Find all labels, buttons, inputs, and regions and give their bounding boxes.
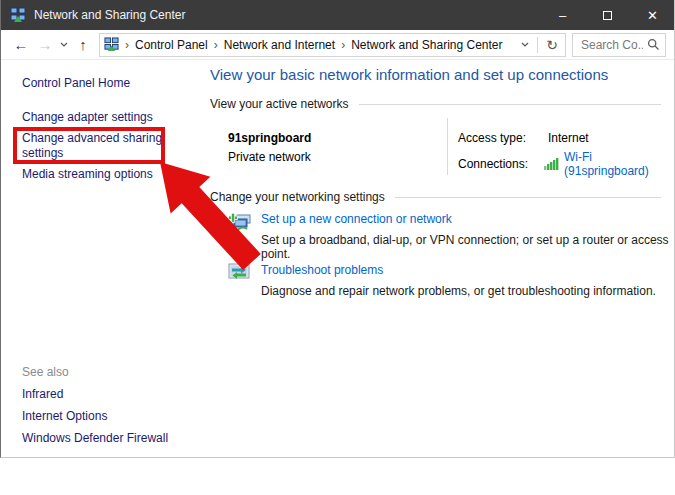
- breadcrumb-network-and-sharing-center[interactable]: Network and Sharing Center: [351, 38, 502, 52]
- breadcrumb-separator-icon: ›: [214, 38, 218, 52]
- address-dropdown-icon[interactable]: [518, 42, 532, 47]
- active-networks-section-header: View your active networks: [210, 97, 661, 111]
- maximize-button[interactable]: [585, 0, 630, 30]
- up-button[interactable]: ↑: [71, 37, 95, 52]
- breadcrumb-separator-icon: ›: [125, 38, 129, 52]
- networking-settings-section-header: Change your networking settings: [210, 190, 661, 204]
- troubleshoot-icon: [228, 263, 252, 298]
- networking-settings-label: Change your networking settings: [210, 190, 385, 204]
- refresh-icon[interactable]: ↻: [543, 37, 561, 53]
- divider: [537, 37, 538, 53]
- network-sharing-center-window: Network and Sharing Center – ✕ ← → ↑: [0, 0, 675, 495]
- connections-label: Connections:: [458, 157, 544, 171]
- sidebar-item-media-streaming-options[interactable]: Media streaming options: [22, 167, 153, 181]
- network-name: 91springboard: [228, 131, 311, 145]
- network-icon: [10, 7, 26, 23]
- breadcrumb-control-panel[interactable]: Control Panel: [135, 38, 208, 52]
- setup-new-connection-link[interactable]: Set up a new connection or network: [261, 212, 452, 226]
- sidebar-item-infrared[interactable]: Infrared: [22, 387, 63, 401]
- sidebar-item-change-advanced-sharing-settings[interactable]: Change advanced sharing settings: [22, 131, 170, 161]
- forward-button[interactable]: →: [33, 37, 57, 52]
- back-button[interactable]: ←: [9, 37, 33, 52]
- breadcrumb-network-and-internet[interactable]: Network and Internet: [224, 38, 335, 52]
- active-networks-label: View your active networks: [210, 97, 349, 111]
- divider: [447, 118, 448, 175]
- breadcrumb-separator-icon: ›: [341, 38, 345, 52]
- access-type-value: Internet: [548, 131, 589, 145]
- sidebar-item-change-adapter-settings[interactable]: Change adapter settings: [22, 110, 153, 124]
- recent-pages-dropdown[interactable]: [57, 42, 71, 47]
- page-title: View your basic network information and …: [210, 66, 608, 83]
- setup-new-connection-description: Set up a broadband, dial-up, or VPN conn…: [261, 233, 669, 261]
- wifi-signal-icon: [544, 158, 560, 170]
- new-connection-icon: [228, 212, 252, 261]
- setup-new-connection-item: Set up a new connection or network Set u…: [228, 212, 675, 261]
- troubleshoot-problems-description: Diagnose and repair network problems, or…: [261, 284, 656, 298]
- sidebar-item-control-panel-home[interactable]: Control Panel Home: [22, 76, 130, 90]
- minimize-button[interactable]: –: [540, 0, 585, 30]
- access-type-label: Access type:: [458, 131, 548, 145]
- active-network-summary: 91springboard Private network: [228, 131, 311, 164]
- title-bar: Network and Sharing Center – ✕: [0, 0, 675, 30]
- divider: [359, 104, 661, 105]
- close-button[interactable]: ✕: [630, 0, 675, 30]
- network-icon: [104, 37, 119, 52]
- troubleshoot-problems-item: Troubleshoot problems Diagnose and repai…: [228, 263, 656, 298]
- address-bar: ← → ↑ › Control Panel › Network and Inte…: [1, 30, 674, 60]
- sidebar-item-windows-defender-firewall[interactable]: Windows Defender Firewall: [22, 431, 168, 445]
- sidebar-item-internet-options[interactable]: Internet Options: [22, 409, 107, 423]
- maximize-icon: [603, 11, 612, 20]
- window-controls: – ✕: [540, 0, 675, 30]
- breadcrumb[interactable]: › Control Panel › Network and Internet ›…: [99, 33, 566, 57]
- divider: [395, 197, 661, 198]
- see-also-label: See also: [22, 365, 69, 379]
- active-network-details: Access type: Internet Connections: Wi-Fi…: [458, 131, 675, 183]
- network-type: Private network: [228, 150, 311, 164]
- search-icon: [647, 38, 660, 54]
- window-title: Network and Sharing Center: [34, 8, 185, 22]
- troubleshoot-problems-link[interactable]: Troubleshoot problems: [261, 263, 383, 277]
- wifi-connection-link[interactable]: Wi-Fi (91springboard): [564, 150, 675, 178]
